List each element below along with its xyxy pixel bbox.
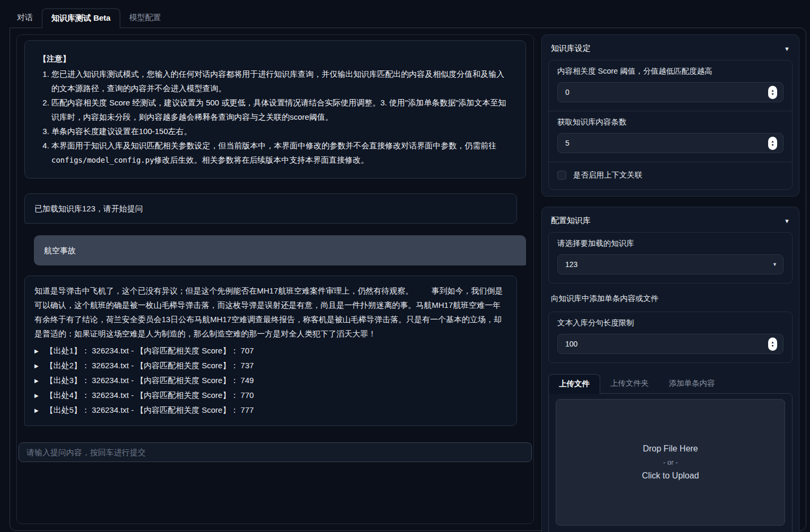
bot-response: 知道是导弹击中飞机了，这个已没有异议；但是这个先例能否在MH17航班空难案件审理… — [24, 276, 517, 426]
kb-select-dropdown[interactable]: 123 ▼ — [557, 254, 784, 274]
kb-config-accordion: 配置知识库 ▼ 请选择要加载的知识库 123 ▼ 向知识库中添加单条内容或文件 — [541, 207, 799, 532]
notice-item-4-text: 本界面用于知识入库及知识匹配相关参数设定，但当前版本中，本界面中修改的参数并不会… — [51, 141, 496, 150]
number-stepper-icon[interactable]: ▲ ▼ — [768, 137, 777, 150]
kb-select-label: 请选择要加载的知识库 — [557, 238, 784, 249]
stepper-up-icon[interactable]: ▲ — [771, 139, 774, 143]
kb-settings-header[interactable]: 知识库设定 ▼ — [548, 40, 793, 60]
drop-or-text: - or - — [663, 458, 678, 466]
sentence-length-label: 文本入库分句长度限制 — [557, 318, 784, 328]
notice-item-4-text2: 修改后生效。相关参数将在后续版本中支持本界面直接修改。 — [154, 155, 369, 164]
triangle-expander-icon: ▶ — [34, 404, 39, 418]
user-message: 航空事故 — [34, 235, 526, 265]
source-item-5[interactable]: ▶ 【出处5】： 326234.txt - 【内容匹配相关度 Score】： 7… — [34, 403, 507, 418]
notice-item-4-code: configs/model_config.py — [51, 156, 154, 164]
chevron-down-icon: ▼ — [784, 218, 790, 224]
source-item-1[interactable]: ▶ 【出处1】： 326234.txt - 【内容匹配相关度 Score】： 7… — [34, 344, 507, 359]
upload-file-panel: Drop File Here - or - Click to Upload 上传… — [548, 393, 793, 532]
settings-column: 知识库设定 ▼ 内容相关度 Score 阈值，分值越低匹配度越高 0 ▲ ▼ — [541, 34, 799, 524]
checkbox-unchecked-icon[interactable] — [557, 171, 566, 180]
score-threshold-label: 内容相关度 Score 阈值，分值越低匹配度越高 — [557, 66, 784, 76]
bot-message-loaded: 已加载知识库123，请开始提问 — [24, 193, 517, 224]
bot-message-text: 已加载知识库123，请开始提问 — [34, 204, 143, 213]
stepper-down-icon[interactable]: ▼ — [771, 143, 774, 147]
content-count-input[interactable]: 5 ▲ ▼ — [557, 133, 784, 153]
dropdown-arrow-icon: ▼ — [772, 262, 777, 267]
triangle-expander-icon: ▶ — [34, 374, 39, 388]
content-count-block: 获取知识库内容条数 5 ▲ ▼ — [549, 111, 792, 162]
source-item-label: 【出处1】： 326234.txt - 【内容匹配相关度 Score】： 707 — [46, 344, 254, 358]
source-item-label: 【出处2】： 326234.txt - 【内容匹配相关度 Score】： 737 — [46, 359, 254, 373]
kb-select-value: 123 — [565, 260, 772, 269]
prompt-row — [19, 442, 532, 462]
sentence-length-input[interactable]: 100 ▲ ▼ — [557, 334, 784, 354]
source-item-2[interactable]: ▶ 【出处2】： 326234.txt - 【内容匹配相关度 Score】： 7… — [34, 359, 507, 374]
notice-list: 您已进入知识库测试模式，您输入的任何对话内容都将用于进行知识库查询，并仅输出知识… — [39, 67, 512, 167]
add-content-section-label: 向知识库中添加单条内容或文件 — [551, 294, 790, 304]
kb-select-group: 请选择要加载的知识库 123 ▼ — [548, 232, 793, 283]
bot-response-text: 知道是导弹击中飞机了，这个已没有异议；但是这个先例能否在MH17航班空难案件审理… — [34, 283, 507, 341]
file-drop-area[interactable]: Drop File Here - or - Click to Upload — [556, 399, 785, 526]
tab-kb-test[interactable]: 知识库测试 Beta — [42, 8, 120, 28]
source-item-4[interactable]: ▶ 【出处4】： 326234.txt - 【内容匹配相关度 Score】： 7… — [34, 388, 507, 403]
tab-upload-folder[interactable]: 上传文件夹 — [600, 374, 659, 393]
source-item-label: 【出处4】： 326234.txt - 【内容匹配相关度 Score】： 770 — [46, 388, 254, 402]
notice-item-2: 匹配内容相关度 Score 经测试，建议设置为 500 或更低，具体设置情况请结… — [51, 95, 512, 124]
tab-chat[interactable]: 对话 — [8, 8, 42, 28]
kb-select-block: 请选择要加载的知识库 123 ▼ — [549, 233, 792, 283]
source-item-label: 【出处5】： 326234.txt - 【内容匹配相关度 Score】： 777 — [46, 403, 254, 417]
score-threshold-input[interactable]: 0 ▲ ▼ — [557, 82, 784, 102]
top-tabbar: 对话 知识库测试 Beta 模型配置 — [0, 0, 810, 28]
notice-item-3: 单条内容长度建议设置在100-150左右。 — [51, 124, 512, 138]
triangle-expander-icon: ▶ — [34, 389, 39, 403]
notice-item-1: 您已进入知识库测试模式，您输入的任何对话内容都将用于进行知识库查询，并仅输出知识… — [51, 67, 512, 95]
score-threshold-value: 0 — [565, 88, 768, 96]
tab-model-config[interactable]: 模型配置 — [120, 8, 170, 28]
number-stepper-icon[interactable]: ▲ ▼ — [768, 86, 777, 99]
kb-settings-group: 内容相关度 Score 阈值，分值越低匹配度越高 0 ▲ ▼ 获取知识库内容条数 — [548, 60, 793, 190]
stepper-down-icon[interactable]: ▼ — [771, 344, 774, 348]
user-message-text: 航空事故 — [44, 246, 76, 255]
triangle-expander-icon: ▶ — [34, 359, 39, 373]
triangle-expander-icon: ▶ — [34, 344, 39, 358]
source-item-label: 【出处3】： 326234.txt - 【内容匹配相关度 Score】： 749 — [46, 374, 254, 387]
content-count-label: 获取知识库内容条数 — [557, 117, 784, 127]
notice-box: 【注意】 您已进入知识库测试模式，您输入的任何对话内容都将用于进行知识库查询，并… — [24, 40, 526, 179]
content-count-value: 5 — [565, 139, 768, 147]
tab-add-single-content[interactable]: 添加单条内容 — [659, 374, 725, 393]
prompt-input[interactable] — [19, 442, 532, 462]
upload-tabs-block: 上传文件 上传文件夹 添加单条内容 Drop File Here - or - … — [548, 374, 793, 532]
stepper-up-icon[interactable]: ▲ — [771, 88, 774, 92]
drop-file-text: Drop File Here — [643, 444, 698, 454]
stepper-up-icon[interactable]: ▲ — [771, 340, 774, 344]
kb-config-title: 配置知识库 — [551, 216, 591, 226]
kb-settings-title: 知识库设定 — [551, 43, 591, 54]
sentence-length-value: 100 — [565, 340, 768, 348]
app-window: 对话 知识库测试 Beta 模型配置 【注意】 您已进入知识库测试模式，您输入的… — [0, 0, 810, 532]
source-item-3[interactable]: ▶ 【出处3】： 326234.txt - 【内容匹配相关度 Score】： 7… — [34, 374, 507, 388]
number-stepper-icon[interactable]: ▲ ▼ — [768, 338, 777, 351]
chevron-down-icon: ▼ — [784, 46, 790, 52]
stepper-down-icon[interactable]: ▼ — [771, 92, 774, 96]
context-toggle-row[interactable]: 是否启用上下文关联 — [549, 162, 792, 189]
notice-item-4: 本界面用于知识入库及知识匹配相关参数设定，但当前版本中，本界面中修改的参数并不会… — [51, 138, 512, 167]
click-to-upload-text: Click to Upload — [642, 471, 699, 481]
kb-config-header[interactable]: 配置知识库 ▼ — [548, 212, 793, 232]
sentence-length-block: 文本入库分句长度限制 100 ▲ ▼ — [549, 312, 792, 362]
score-threshold-block: 内容相关度 Score 阈值，分值越低匹配度越高 0 ▲ ▼ — [549, 60, 792, 111]
context-toggle-label: 是否启用上下文关联 — [573, 170, 643, 180]
kb-settings-accordion: 知识库设定 ▼ 内容相关度 Score 阈值，分值越低匹配度越高 0 ▲ ▼ — [541, 34, 799, 197]
tab-upload-file[interactable]: 上传文件 — [548, 374, 600, 394]
upload-tabstrip: 上传文件 上传文件夹 添加单条内容 — [548, 374, 793, 393]
kb-test-panel: 【注意】 您已进入知识库测试模式，您输入的任何对话内容都将用于进行知识库查询，并… — [10, 28, 806, 531]
chat-column: 【注意】 您已进入知识库测试模式，您输入的任何对话内容都将用于进行知识库查询，并… — [16, 34, 534, 524]
notice-title: 【注意】 — [39, 51, 512, 66]
sentence-length-group: 文本入库分句长度限制 100 ▲ ▼ — [548, 312, 793, 363]
